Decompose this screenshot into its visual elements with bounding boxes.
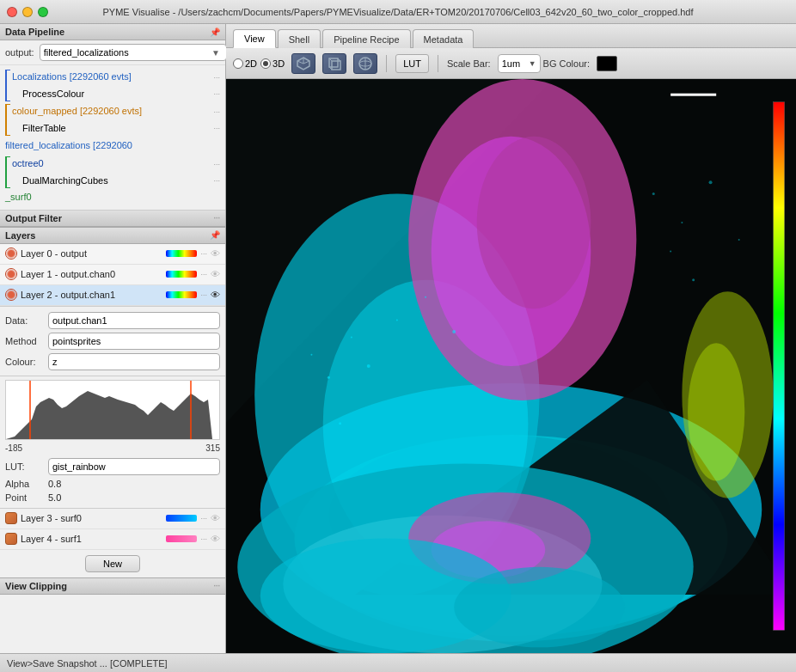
- layer-0-name: Layer 0 - output: [21, 248, 162, 259]
- scale-bar-label: Scale Bar:: [447, 58, 491, 69]
- bg-colour-swatch[interactable]: [597, 56, 617, 71]
- new-button[interactable]: New: [85, 555, 140, 572]
- layer-4-name: Layer 4 - surf1: [21, 534, 162, 544]
- layer-3-name: Layer 3 - surf0: [21, 513, 162, 523]
- layer-2-colormap: [166, 291, 197, 298]
- tree-label: octree0: [12, 156, 44, 172]
- layer-1-icon: [5, 268, 17, 280]
- bg-colour-label: BG Colour:: [543, 58, 590, 69]
- tree-item-octree[interactable]: octree0 ···: [12, 156, 220, 173]
- tab-metadata[interactable]: Metadata: [413, 29, 475, 48]
- layer-2-icon: [5, 289, 17, 301]
- tree-item-surf0[interactable]: _surf0: [5, 189, 220, 206]
- pin-icon[interactable]: 📌: [210, 27, 220, 37]
- layer-2-eye-icon[interactable]: 👁: [211, 290, 220, 300]
- data-select[interactable]: output.chan1: [48, 312, 220, 329]
- svg-point-41: [425, 296, 426, 298]
- layer-0-icon: [5, 247, 17, 260]
- layer-1-eye-icon[interactable]: 👁: [211, 269, 220, 279]
- cube-btn-3[interactable]: [353, 53, 377, 74]
- toolbar-sep-2: [438, 55, 438, 72]
- title-bar: PYME Visualise - /Users/zachcm/Documents…: [0, 0, 796, 24]
- tree-item-localizations[interactable]: Localizations [2292060 evts] ···: [12, 69, 220, 86]
- pipeline-tree: Localizations [2292060 evts] ··· Process…: [0, 65, 225, 211]
- tree-item-filtered-loc[interactable]: filtered_localizations [2292060: [5, 137, 220, 155]
- svg-point-28: [477, 137, 591, 309]
- output-row: output: filtered_localizations ▼: [0, 40, 225, 65]
- tab-pipeline-recipe[interactable]: Pipeline Recipe: [322, 29, 410, 48]
- layer-2-name: Layer 2 - output.chan1: [21, 290, 162, 300]
- close-button[interactable]: [7, 7, 17, 17]
- radio-2d-label: 2D: [245, 58, 257, 69]
- method-detail-label: Method: [5, 336, 45, 346]
- tree-dots: ···: [213, 158, 220, 170]
- layer-item-0[interactable]: Layer 0 - output ··· 👁: [0, 244, 225, 265]
- maximize-button[interactable]: [38, 7, 48, 17]
- method-select[interactable]: pointsprites: [48, 333, 220, 350]
- layer-item-4[interactable]: Layer 4 - surf1 ··· 👁: [0, 529, 225, 550]
- lut-select-wrap: gist_rainbow: [48, 458, 220, 475]
- svg-rect-49: [670, 94, 716, 96]
- output-label: output:: [5, 47, 34, 58]
- colour-select[interactable]: z: [48, 353, 220, 370]
- svg-point-40: [339, 422, 341, 425]
- alpha-row: Alpha 0.8: [5, 477, 220, 491]
- svg-point-38: [367, 364, 370, 368]
- tree-item-dualmarching[interactable]: DualMarchingCubes ···: [12, 173, 220, 190]
- cube-btn-1[interactable]: [291, 53, 315, 74]
- layer-4-eye-icon[interactable]: 👁: [211, 534, 220, 544]
- view-canvas[interactable]: [226, 79, 796, 653]
- layer-4-icon: [5, 533, 17, 545]
- view-clipping-header: View Clipping ···: [0, 578, 225, 595]
- colour-select-wrap: z: [48, 353, 220, 370]
- cube-btn-2[interactable]: [322, 53, 346, 74]
- layers-header: Layers 📌: [0, 228, 225, 244]
- lut-fields: LUT: gist_rainbow Alpha 0.8 Point 5.0: [0, 453, 225, 508]
- lut-button[interactable]: LUT: [395, 54, 429, 73]
- tree-item-colour-mapped[interactable]: colour_mapped [2292060 evts] ···: [12, 103, 220, 120]
- layer-3-eye-icon[interactable]: 👁: [211, 513, 220, 523]
- svg-point-47: [692, 278, 695, 281]
- tree-item-processcolour[interactable]: ProcessColour ···: [12, 86, 220, 103]
- output-select[interactable]: filtered_localizations: [40, 44, 227, 61]
- cube-3-icon: [358, 56, 373, 71]
- histogram-svg: [6, 381, 219, 439]
- scale-bar-select[interactable]: 1um 2um 5um 10um: [498, 54, 541, 73]
- scale-bar-select-wrap: 1um 2um 5um 10um ▼: [498, 54, 536, 73]
- radio-3d[interactable]: 3D: [260, 58, 285, 69]
- tree-item-filtertable[interactable]: FilterTable ···: [12, 120, 220, 137]
- svg-point-45: [709, 180, 713, 184]
- svg-point-42: [452, 330, 456, 333]
- layer-item-1[interactable]: Layer 1 - output.chan0 ··· 👁: [0, 265, 225, 285]
- point-row: Point 5.0: [5, 491, 220, 504]
- left-panel: Data Pipeline 📌 output: filtered_localiz…: [0, 24, 226, 653]
- layer-item-2[interactable]: Layer 2 - output.chan1 ··· 👁: [0, 285, 225, 306]
- svg-point-36: [328, 376, 330, 379]
- tree-label: FilterTable: [22, 121, 66, 137]
- histogram-labels: -185 315: [0, 443, 225, 453]
- lut-row: LUT: gist_rainbow: [5, 456, 220, 477]
- tab-shell[interactable]: Shell: [278, 29, 321, 48]
- layer-0-eye-icon[interactable]: 👁: [211, 248, 220, 259]
- layer-item-3[interactable]: Layer 3 - surf0 ··· 👁: [0, 509, 225, 529]
- radio-3d-label: 3D: [272, 58, 285, 69]
- output-filter-dots: ···: [213, 214, 220, 223]
- lut-select[interactable]: gist_rainbow: [48, 458, 220, 475]
- tab-view[interactable]: View: [233, 29, 276, 48]
- tree-label: ProcessColour: [22, 87, 84, 102]
- method-select-wrap: pointsprites: [48, 333, 220, 350]
- view-clipping-dots: ···: [213, 582, 220, 590]
- svg-point-39: [396, 320, 398, 321]
- toolbar-sep-1: [386, 55, 387, 72]
- minimize-button[interactable]: [22, 7, 33, 17]
- tab-bar: View Shell Pipeline Recipe Metadata: [226, 24, 796, 48]
- layers-pin[interactable]: 📌: [210, 230, 220, 240]
- radio-2d[interactable]: 2D: [233, 58, 257, 69]
- radio-3d-btn: [260, 58, 271, 69]
- svg-point-48: [738, 239, 740, 241]
- svg-rect-50: [773, 102, 784, 631]
- output-filter-header: Output Filter ···: [0, 211, 225, 227]
- status-bar: View>Save Snapshot ... [COMPLETE]: [0, 653, 796, 672]
- histogram-container: [5, 380, 220, 440]
- point-label: Point: [5, 492, 45, 503]
